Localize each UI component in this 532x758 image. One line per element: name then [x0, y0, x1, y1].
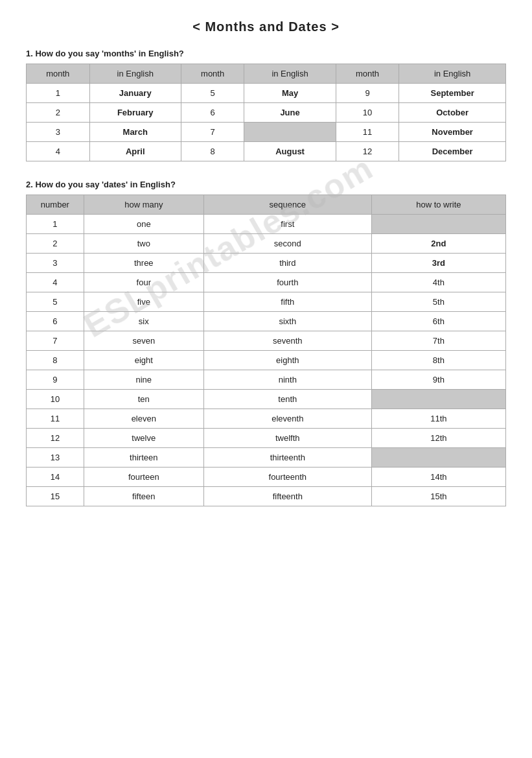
dates-row-num: 11 — [27, 409, 84, 429]
dates-row-num: 1 — [27, 215, 84, 234]
months-header-2: in English — [89, 64, 181, 84]
dates-row-many: fifteen — [84, 487, 203, 506]
dates-row-many: five — [84, 292, 203, 312]
months-row-eng2: August — [244, 142, 336, 161]
dates-row-write: 2nd — [371, 234, 505, 254]
dates-row-write: 12th — [371, 429, 505, 448]
months-table: month in English month in English month … — [26, 64, 506, 161]
months-row-num1: 3 — [27, 123, 90, 142]
months-header-1: month — [27, 64, 90, 84]
months-row-eng3: September — [399, 84, 506, 103]
months-row-eng1: April — [89, 142, 181, 161]
dates-header-sequence: sequence — [203, 195, 371, 215]
dates-row-seq: fourteenth — [203, 468, 371, 487]
dates-row-num: 3 — [27, 254, 84, 273]
dates-row-seq: eleventh — [203, 409, 371, 429]
dates-header-number: number — [27, 195, 84, 215]
page-title: < Months and Dates > — [26, 19, 506, 34]
dates-row-seq: tenth — [203, 390, 371, 409]
months-row-num3: 12 — [336, 142, 399, 161]
dates-row-write: 14th — [371, 468, 505, 487]
dates-row-many: seven — [84, 331, 203, 351]
months-row-num2: 6 — [181, 103, 244, 123]
dates-row-seq: second — [203, 234, 371, 254]
dates-header-write: how to write — [371, 195, 505, 215]
dates-row-seq: fifteenth — [203, 487, 371, 506]
dates-row-seq: third — [203, 254, 371, 273]
months-header-6: in English — [399, 64, 506, 84]
dates-row-write — [371, 390, 505, 409]
dates-row-many: ten — [84, 390, 203, 409]
dates-row-many: two — [84, 234, 203, 254]
months-row-num1: 4 — [27, 142, 90, 161]
dates-row-many: eight — [84, 351, 203, 370]
months-row-num3: 10 — [336, 103, 399, 123]
dates-table: number how many sequence how to write 1o… — [26, 195, 506, 506]
dates-row-many: one — [84, 215, 203, 234]
dates-row-num: 4 — [27, 273, 84, 292]
dates-row-write: 5th — [371, 292, 505, 312]
dates-row-write: 8th — [371, 351, 505, 370]
dates-row-many: fourteen — [84, 468, 203, 487]
dates-row-num: 10 — [27, 390, 84, 409]
months-row-num2: 7 — [181, 123, 244, 142]
months-row-eng3: December — [399, 142, 506, 161]
dates-row-write: 9th — [371, 370, 505, 390]
dates-row-seq: twelfth — [203, 429, 371, 448]
dates-row-num: 6 — [27, 312, 84, 331]
months-row-eng2: May — [244, 84, 336, 103]
dates-row-num: 13 — [27, 448, 84, 468]
dates-row-write — [371, 215, 505, 234]
months-row-eng3: November — [399, 123, 506, 142]
months-row-eng1: February — [89, 103, 181, 123]
dates-row-seq: sixth — [203, 312, 371, 331]
months-row-eng1: January — [89, 84, 181, 103]
dates-row-seq: first — [203, 215, 371, 234]
dates-row-seq: fifth — [203, 292, 371, 312]
dates-row-num: 9 — [27, 370, 84, 390]
dates-row-write: 11th — [371, 409, 505, 429]
section1-label: 1. How do you say 'months' in English? — [26, 49, 506, 58]
dates-row-write: 15th — [371, 487, 505, 506]
dates-row-write: 6th — [371, 312, 505, 331]
dates-row-many: three — [84, 254, 203, 273]
months-header-5: month — [336, 64, 399, 84]
months-header-4: in English — [244, 64, 336, 84]
months-row-eng1: March — [89, 123, 181, 142]
dates-row-num: 7 — [27, 331, 84, 351]
months-header-3: month — [181, 64, 244, 84]
dates-row-many: four — [84, 273, 203, 292]
months-row-num2: 8 — [181, 142, 244, 161]
dates-row-seq: thirteenth — [203, 448, 371, 468]
dates-row-num: 14 — [27, 468, 84, 487]
months-row-eng2 — [244, 123, 336, 142]
dates-row-num: 8 — [27, 351, 84, 370]
dates-row-write — [371, 448, 505, 468]
dates-row-many: twelve — [84, 429, 203, 448]
dates-row-write: 3rd — [371, 254, 505, 273]
dates-row-many: nine — [84, 370, 203, 390]
months-row-num3: 9 — [336, 84, 399, 103]
months-row-num2: 5 — [181, 84, 244, 103]
dates-row-many: six — [84, 312, 203, 331]
dates-row-write: 7th — [371, 331, 505, 351]
months-row-eng2: June — [244, 103, 336, 123]
dates-row-seq: seventh — [203, 331, 371, 351]
dates-row-seq: eighth — [203, 351, 371, 370]
dates-row-seq: fourth — [203, 273, 371, 292]
months-row-num1: 1 — [27, 84, 90, 103]
dates-row-num: 15 — [27, 487, 84, 506]
dates-row-num: 5 — [27, 292, 84, 312]
dates-row-write: 4th — [371, 273, 505, 292]
months-row-num1: 2 — [27, 103, 90, 123]
dates-row-many: thirteen — [84, 448, 203, 468]
dates-row-many: eleven — [84, 409, 203, 429]
section2-label: 2. How do you say 'dates' in English? — [26, 180, 506, 189]
dates-row-num: 2 — [27, 234, 84, 254]
months-row-eng3: October — [399, 103, 506, 123]
dates-header-many: how many — [84, 195, 203, 215]
dates-row-num: 12 — [27, 429, 84, 448]
months-row-num3: 11 — [336, 123, 399, 142]
dates-row-seq: ninth — [203, 370, 371, 390]
